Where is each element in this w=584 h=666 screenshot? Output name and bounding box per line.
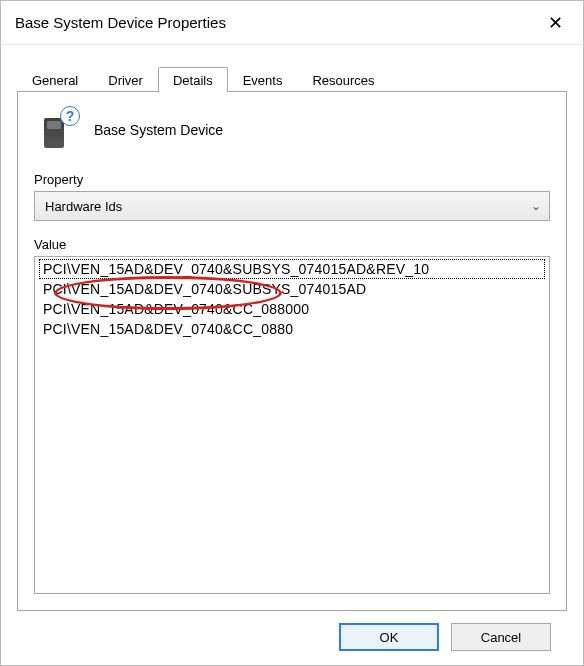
tabstrip: General Driver Details Events Resources [17,63,567,92]
value-label: Value [34,237,550,252]
chevron-down-icon: ⌄ [531,199,541,213]
tab-resources[interactable]: Resources [297,67,389,92]
question-badge-icon: ? [60,106,80,126]
tab-events[interactable]: Events [228,67,298,92]
property-selected: Hardware Ids [45,199,122,214]
list-item[interactable]: PCI\VEN_15AD&DEV_0740&SUBSYS_074015AD&RE… [39,259,545,279]
list-item[interactable]: PCI\VEN_15AD&DEV_0740&CC_0880 [39,319,545,339]
dialog-content: General Driver Details Events Resources … [1,45,583,665]
window-title: Base System Device Properties [15,14,226,31]
titlebar: Base System Device Properties ✕ [1,1,583,45]
dialog-window: Base System Device Properties ✕ General … [0,0,584,666]
tab-driver[interactable]: Driver [93,67,158,92]
list-item[interactable]: PCI\VEN_15AD&DEV_0740&CC_088000 [39,299,545,319]
device-name: Base System Device [94,122,223,138]
property-dropdown[interactable]: Hardware Ids ⌄ [34,191,550,221]
tab-body: ? Base System Device Property Hardware I… [17,92,567,611]
value-listbox[interactable]: PCI\VEN_15AD&DEV_0740&SUBSYS_074015AD&RE… [34,256,550,594]
device-icon: ? [38,110,78,150]
dialog-buttons: OK Cancel [17,611,567,665]
device-header: ? Base System Device [34,110,550,150]
tab-details[interactable]: Details [158,67,228,92]
tab-general[interactable]: General [17,67,93,92]
property-label: Property [34,172,550,187]
list-item[interactable]: PCI\VEN_15AD&DEV_0740&SUBSYS_074015AD [39,279,545,299]
close-icon[interactable]: ✕ [531,1,579,45]
cancel-button[interactable]: Cancel [451,623,551,651]
ok-button[interactable]: OK [339,623,439,651]
